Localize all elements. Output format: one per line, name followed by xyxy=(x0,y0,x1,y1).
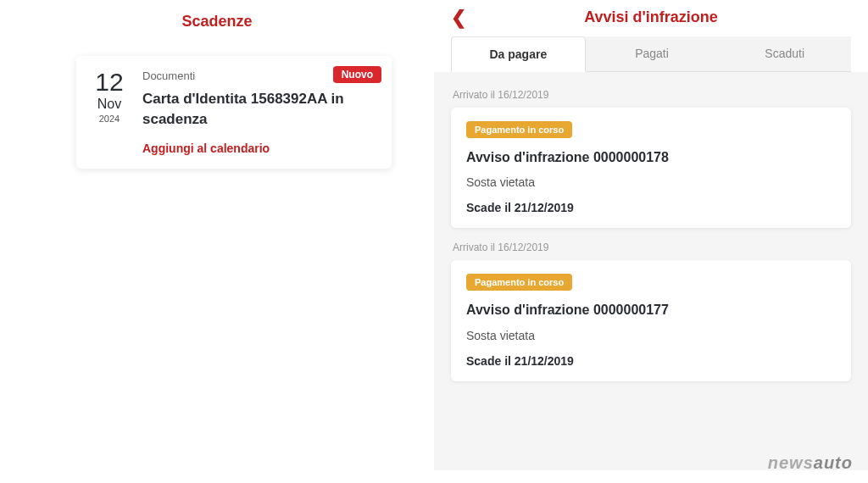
infractions-title: Avvisi d'infrazione xyxy=(584,8,718,26)
payment-status-badge: Pagamento in corso xyxy=(466,121,572,138)
watermark: newsauto xyxy=(768,453,853,473)
infraction-list: Arrivato il 16/12/2019 Pagamento in cors… xyxy=(434,72,868,470)
tab-paid[interactable]: Pagati xyxy=(586,36,719,71)
infraction-card[interactable]: Pagamento in corso Avviso d'infrazione 0… xyxy=(451,108,851,228)
deadline-day: 12 xyxy=(95,69,123,95)
infraction-title: Avviso d'infrazione 0000000177 xyxy=(466,301,836,319)
payment-status-badge: Pagamento in corso xyxy=(466,274,572,291)
arrival-label: Arrivato il 16/12/2019 xyxy=(453,242,851,253)
infraction-due: Scade il 21/12/2019 xyxy=(466,354,836,368)
tab-to-pay[interactable]: Da pagare xyxy=(451,36,586,72)
right-panel: ❮ Avvisi d'infrazione Da pagare Pagati S… xyxy=(434,0,868,483)
right-header: ❮ Avvisi d'infrazione xyxy=(434,0,868,26)
watermark-part2: auto xyxy=(814,453,853,472)
infraction-due: Scade il 21/12/2019 xyxy=(466,201,836,214)
back-chevron-icon[interactable]: ❮ xyxy=(451,7,466,29)
deadline-year: 2024 xyxy=(99,114,120,124)
deadline-month: Nov xyxy=(97,97,121,112)
deadline-date: 12 Nov 2024 xyxy=(92,69,127,155)
tabs: Da pagare Pagati Scaduti xyxy=(451,36,851,72)
infraction-reason: Sosta vietata xyxy=(466,329,836,342)
arrival-label: Arrivato il 16/12/2019 xyxy=(453,89,851,101)
tab-expired[interactable]: Scaduti xyxy=(718,36,851,71)
deadline-card[interactable]: Nuovo 12 Nov 2024 Documenti Carta d'Iden… xyxy=(76,56,392,169)
deadline-heading: Carta d'Identita 1568392AA in scadenza xyxy=(142,89,376,130)
watermark-part1: news xyxy=(768,453,814,472)
infraction-title: Avviso d'infrazione 0000000178 xyxy=(466,148,836,167)
new-badge: Nuovo xyxy=(333,66,381,83)
infraction-reason: Sosta vietata xyxy=(466,175,836,189)
deadlines-title: Scadenze xyxy=(0,13,434,31)
add-to-calendar-link[interactable]: Aggiungi al calendario xyxy=(142,142,376,155)
infraction-card[interactable]: Pagamento in corso Avviso d'infrazione 0… xyxy=(451,260,851,380)
left-panel: Scadenze Nuovo 12 Nov 2024 Documenti Car… xyxy=(0,0,434,483)
